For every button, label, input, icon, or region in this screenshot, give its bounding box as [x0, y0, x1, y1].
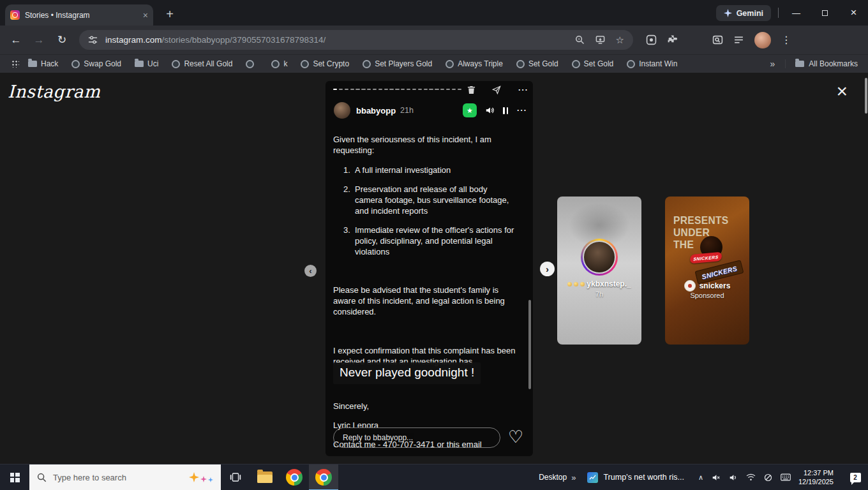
- tray-chevron-icon[interactable]: ∧: [698, 473, 703, 482]
- bookmark-item[interactable]: Always Triple: [445, 59, 503, 68]
- clock[interactable]: 12:37 PM 12/19/2025: [798, 468, 834, 486]
- list-text: A full internal investigation: [355, 165, 516, 175]
- sparkle-icon: [724, 9, 732, 17]
- install-icon[interactable]: [595, 35, 605, 45]
- chrome-button[interactable]: [280, 464, 309, 490]
- news-icon: [587, 472, 598, 483]
- extensions-puzzle-icon[interactable]: [667, 34, 678, 45]
- bookmark-item[interactable]: Set Crypto: [301, 59, 349, 68]
- all-bookmarks-button[interactable]: All Bookmarks: [785, 59, 858, 68]
- story-inner-scrollbar[interactable]: [528, 300, 531, 389]
- chrome-icon: [315, 469, 332, 486]
- bookmark-item[interactable]: k: [271, 59, 287, 68]
- browser-navbar: ← → ↻ instagram.com/stories/bbabyopp/379…: [0, 26, 868, 54]
- blocked-status-icon[interactable]: [764, 473, 772, 482]
- story-controls: ★ ⋯: [463, 103, 527, 117]
- back-button[interactable]: ←: [6, 31, 26, 50]
- bookmarks-overflow-icon[interactable]: »: [770, 59, 775, 69]
- start-button[interactable]: [0, 464, 29, 490]
- close-friends-badge: ★: [463, 103, 477, 117]
- tab-close-icon[interactable]: ×: [143, 11, 148, 20]
- next-story-button[interactable]: ›: [540, 262, 555, 276]
- story-list-item: 2. Preservation and release of all body …: [343, 184, 522, 216]
- story-avatar[interactable]: [334, 102, 350, 119]
- apps-grid-icon[interactable]: [11, 60, 19, 68]
- system-tray: ∧: [698, 473, 791, 482]
- story-text: Given the seriousness of this incident, …: [333, 132, 522, 367]
- reply-pill[interactable]: [333, 427, 500, 448]
- reading-list-icon[interactable]: [733, 34, 744, 45]
- desktop-overflow-icon[interactable]: »: [571, 473, 576, 482]
- gemini-button[interactable]: Gemini: [716, 5, 771, 21]
- instagram-logo[interactable]: Instagram: [8, 82, 100, 101]
- list-number: 2.: [343, 184, 355, 216]
- windows-logo-icon: [10, 473, 20, 482]
- story-close-icon[interactable]: ×: [836, 82, 848, 101]
- task-view-button[interactable]: [221, 464, 250, 490]
- story-card[interactable]: ⋯ bbabyopp 21h ★ ⋯: [326, 81, 533, 456]
- volume-tray-icon[interactable]: [729, 473, 738, 482]
- pause-icon[interactable]: [503, 107, 508, 114]
- story-options-icon[interactable]: ⋯: [518, 85, 528, 95]
- trash-icon[interactable]: [467, 85, 475, 94]
- reply-input[interactable]: [343, 433, 491, 442]
- url-text[interactable]: instagram.com/stories/bbabyopp/379055703…: [105, 35, 564, 45]
- clock-time: 12:37 PM: [798, 468, 834, 477]
- bookmark-item[interactable]: Reset All Gold: [172, 59, 232, 68]
- bookmark-item[interactable]: Uci: [135, 59, 158, 68]
- volume-icon[interactable]: [485, 106, 495, 115]
- notification-button[interactable]: 2: [842, 464, 868, 490]
- story-timestamp: 21h: [400, 106, 414, 115]
- tab-search-icon[interactable]: [712, 34, 723, 45]
- menu-kebab-icon[interactable]: ⋮: [781, 34, 791, 46]
- bookmark-star-icon[interactable]: ☆: [616, 34, 624, 46]
- news-widget[interactable]: Trump’s net worth ris...: [587, 472, 684, 483]
- snickers-tag: SNICKERS: [690, 252, 722, 264]
- bookmark-item[interactable]: Set Gold: [516, 59, 558, 68]
- story-header: bbabyopp 21h ★ ⋯: [334, 102, 527, 119]
- story-more-icon[interactable]: ⋯: [516, 105, 527, 115]
- taskbar-search[interactable]: Type here to search: [29, 464, 221, 490]
- bookmark-item[interactable]: Swap Gold: [71, 59, 121, 68]
- clock-date: 12/19/2025: [798, 477, 834, 486]
- volume-mute-icon[interactable]: [712, 473, 721, 482]
- bookmark-item[interactable]: [246, 60, 258, 68]
- url-path: /stories/bbabyopp/3790557031678798314/: [162, 35, 326, 45]
- search-placeholder: Type here to search: [53, 473, 183, 482]
- minimize-button[interactable]: —: [782, 0, 811, 26]
- reload-button[interactable]: ↻: [52, 31, 71, 50]
- maximize-button[interactable]: [811, 0, 839, 26]
- bookmark-label: k: [283, 59, 287, 68]
- keyboard-icon[interactable]: [781, 473, 791, 481]
- desktop-toolbar[interactable]: Desktop: [539, 473, 567, 482]
- like-heart-icon[interactable]: ♡: [508, 427, 523, 447]
- site-info-icon[interactable]: [88, 35, 98, 45]
- profile-avatar[interactable]: [754, 32, 771, 48]
- share-icon[interactable]: [492, 85, 501, 94]
- story-username[interactable]: bbabyopp: [356, 106, 396, 115]
- folder-icon: [28, 61, 37, 67]
- globe-icon: [445, 60, 454, 68]
- bookmark-item[interactable]: Set Players Gold: [363, 59, 432, 68]
- browser-tab[interactable]: Stories • Instagram ×: [5, 4, 153, 26]
- url-domain: instagram.com: [105, 35, 162, 45]
- sponsored-story-preview[interactable]: PRESENTS UNDER THE ? SNICKERS SNICKERS s…: [665, 197, 749, 345]
- new-tab-button[interactable]: +: [161, 5, 179, 23]
- tab-title: Stories • Instagram: [25, 11, 138, 20]
- close-window-button[interactable]: ×: [839, 0, 868, 26]
- bookmark-label: Uci: [147, 59, 158, 68]
- bookmarks-bar: Hack Swap Gold Uci Reset All Gold k Set …: [0, 54, 868, 73]
- wifi-icon[interactable]: [746, 473, 756, 481]
- omnibox[interactable]: instagram.com/stories/bbabyopp/379055703…: [79, 30, 633, 50]
- file-explorer-button[interactable]: [250, 464, 280, 490]
- bookmark-item[interactable]: Instant Win: [627, 59, 677, 68]
- chrome-active-button[interactable]: [309, 464, 338, 490]
- page-scrollbar[interactable]: [865, 78, 867, 114]
- bookmark-item[interactable]: Hack: [28, 59, 58, 68]
- prev-story-button[interactable]: ‹: [304, 265, 317, 277]
- emoji-decor: [567, 282, 572, 286]
- story-preview[interactable]: ykbxnstep._ 7h: [557, 197, 641, 345]
- bookmark-item[interactable]: Set Gold: [572, 59, 614, 68]
- extension-icon[interactable]: [646, 34, 657, 45]
- zoom-icon[interactable]: [575, 35, 585, 45]
